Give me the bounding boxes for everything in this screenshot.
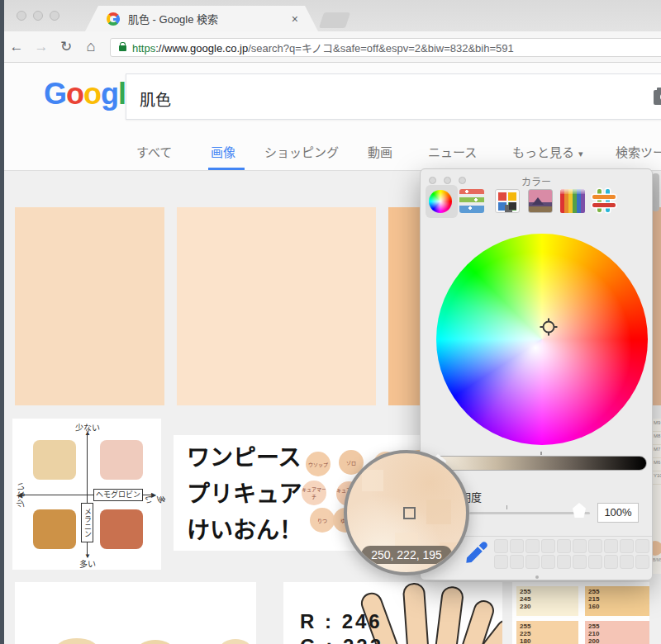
tab-news[interactable]: ニュース [428, 143, 477, 160]
swatch-cell[interactable] [525, 555, 540, 569]
tab-shopping[interactable]: ショッピング [264, 143, 339, 160]
brightness-slider-tick [540, 452, 542, 455]
swatch-cell[interactable] [573, 539, 587, 553]
brightness-slider[interactable] [430, 456, 647, 471]
quadrant-left-label: 少ない [14, 483, 26, 508]
character-swatch: りつ [310, 508, 335, 533]
tab-search-tools[interactable]: 検索ツール [616, 143, 661, 160]
tab-close-icon[interactable] [292, 12, 298, 26]
camera-search-icon[interactable] [654, 90, 661, 105]
swatch-cell[interactable] [588, 555, 602, 569]
swatch-cell[interactable] [573, 555, 587, 569]
quadrant-top-label: 少ない [75, 421, 100, 433]
rgb-swatch: 255225180 [516, 621, 578, 644]
quadrant-swatch-brown [33, 509, 76, 549]
image-result-2[interactable] [177, 207, 376, 405]
address-bar[interactable]: https://www.google.co.jp/search?q=キノコ&sa… [110, 38, 661, 57]
color-wheel-tool-icon[interactable] [429, 190, 452, 213]
url-scheme: https [132, 42, 155, 54]
quadrant-right-label: 多い [143, 495, 168, 507]
saved-swatches-grid[interactable] [494, 539, 651, 572]
tab-strip: 肌色 - Google 検索 [4, 0, 661, 31]
reload-icon[interactable] [54, 38, 78, 55]
home-icon[interactable] [78, 38, 103, 55]
image-result-1[interactable] [15, 207, 164, 405]
new-tab-button[interactable] [319, 12, 350, 28]
image-result-hand-rgb[interactable]: R : 246 G : 222 [283, 582, 502, 644]
active-tab-underline [208, 168, 245, 170]
color-palettes-tool-icon[interactable] [495, 189, 520, 213]
tab-all[interactable]: すべて [136, 143, 172, 160]
swatch-cell[interactable] [510, 555, 524, 569]
opacity-slider-tick [506, 505, 507, 509]
swatch-cell[interactable] [620, 539, 634, 553]
image-result-foundation-swatches[interactable] [15, 582, 256, 644]
browser-toolbar: https://www.google.co.jp/search?q=キノコ&sa… [4, 31, 661, 63]
opacity-slider-thumb[interactable] [573, 503, 586, 518]
swatch-cell[interactable] [494, 539, 508, 553]
google-favicon-icon [107, 12, 120, 26]
window-left-edge [0, 0, 4, 644]
swatch-cell[interactable] [604, 555, 618, 569]
tab-images[interactable]: 画像 [211, 143, 235, 160]
image-result-color-chart-sliver[interactable]: M9 Y10 M8 Y10 M7 Y10 M6 Y10 Y10 B/M5 [653, 419, 661, 574]
foundation-blob [220, 639, 251, 644]
color-wheel[interactable] [436, 234, 648, 445]
minimize-window-button[interactable] [33, 11, 43, 21]
eyedropper-icon[interactable] [464, 537, 490, 567]
swatch-cell[interactable] [541, 555, 555, 569]
swatch-cell[interactable] [510, 539, 524, 553]
tab-more[interactable]: もっと見る [512, 143, 583, 160]
secure-lock-icon[interactable] [119, 45, 126, 51]
melanin-axis-label: メラニン [81, 503, 93, 542]
scrollbar-thumb[interactable] [652, 173, 659, 211]
blob-label: B/M5 [653, 557, 661, 562]
image-result-quadrant-diagram[interactable]: ▲ ▼ ◀ ▶ 少ない 多い 少ない 多い ヘモグロビン メラニン [12, 419, 161, 570]
swatch-cell[interactable] [557, 539, 571, 553]
quadrant-swatch-beige [33, 440, 76, 480]
swatch-cell[interactable] [635, 539, 649, 553]
rgb-swatch: 255215160 [585, 586, 649, 616]
image-result-4[interactable] [653, 207, 661, 405]
url-path: /search?q=キノコ&safe=off&espv=2&biw=832&bi… [248, 42, 514, 54]
panel-resize-dot[interactable] [535, 575, 539, 579]
color-sliders-tool-icon[interactable] [459, 189, 484, 213]
opacity-slider[interactable] [469, 512, 590, 514]
swatch-cell[interactable] [557, 555, 571, 569]
character-swatch: ウソップ [306, 452, 330, 476]
search-header: Google 肌色 すべて 画像 ショッピング 動画 ニュース もっと見る 検索… [4, 63, 661, 171]
chart-row: M9 Y10 [653, 419, 661, 432]
color-picker-loupe[interactable]: 250, 222, 195 [344, 450, 469, 575]
pixel-block [362, 470, 383, 491]
close-window-button[interactable] [17, 11, 26, 21]
color-grid-tool-icon[interactable] [592, 189, 616, 213]
swatch-cell[interactable] [620, 555, 634, 569]
foundation-blob [55, 638, 98, 644]
swatch-cell[interactable] [525, 539, 540, 553]
image-result-rgb-swatch-grid[interactable]: 255245230 255215160 255225180 255210200 [512, 582, 649, 644]
tab-videos[interactable]: 動画 [368, 143, 392, 160]
swatch-cell[interactable] [494, 555, 508, 569]
swatch-cell[interactable] [604, 539, 618, 553]
chart-row: M7 Y10 [653, 445, 661, 458]
back-icon[interactable] [4, 39, 29, 55]
opacity-value-field[interactable]: 100% [597, 503, 639, 523]
swatch-cell[interactable] [541, 539, 555, 553]
pencils-tool-icon[interactable] [560, 189, 585, 213]
url-host: ://www.google.co.jp [155, 42, 248, 54]
color-wheel-crosshair[interactable] [540, 318, 558, 336]
search-input[interactable]: 肌色 [126, 73, 661, 120]
quadrant-swatch-pink [100, 440, 143, 480]
swatch-cell[interactable] [635, 555, 649, 569]
loupe-reticle [403, 507, 416, 519]
swatch-cell[interactable] [588, 539, 602, 553]
search-query: 肌色 [140, 88, 171, 110]
loupe-rgb-value: 250, 222, 195 [361, 546, 452, 564]
zoom-window-button[interactable] [50, 11, 59, 21]
chart-row: Y10 [653, 471, 661, 485]
foundation-blob [137, 640, 174, 644]
forward-icon[interactable] [29, 39, 54, 55]
hand-r-value: R : 246 [300, 610, 383, 633]
browser-tab[interactable]: 肌色 - Google 検索 [85, 6, 318, 31]
image-palettes-tool-icon[interactable] [528, 189, 553, 213]
